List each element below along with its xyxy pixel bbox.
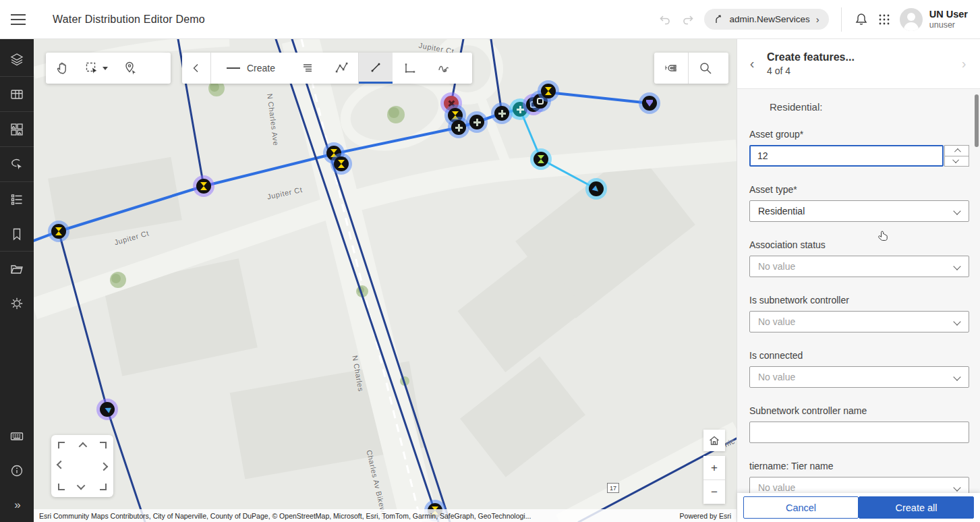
basemap-icon[interactable] <box>0 112 34 146</box>
pan-center[interactable] <box>72 456 93 477</box>
pan-left[interactable] <box>51 456 72 477</box>
node-valve-yellow[interactable] <box>541 84 556 98</box>
number-input[interactable]: 12 <box>749 145 944 167</box>
node-hydrant[interactable] <box>642 96 657 111</box>
text-input[interactable] <box>749 422 969 443</box>
hydrant-glyph <box>646 100 653 107</box>
pipe-selection[interactable] <box>548 92 650 103</box>
right-angle-tool-icon[interactable] <box>393 53 426 84</box>
hamburger-menu-icon[interactable] <box>0 0 36 39</box>
pan-hand-icon[interactable] <box>46 53 80 84</box>
pan-corner-br[interactable] <box>92 476 113 497</box>
bookmark-icon[interactable] <box>0 216 34 251</box>
home-extent-icon[interactable] <box>703 430 725 451</box>
fitting-glyph <box>473 119 481 126</box>
node-valve-green[interactable] <box>534 152 548 167</box>
pan-down[interactable] <box>72 476 93 497</box>
keyboard-shortcuts-icon[interactable] <box>0 419 34 453</box>
node-arrow[interactable]: ▶ <box>100 402 115 417</box>
panel-back-chevron-icon[interactable]: ‹ <box>743 56 761 71</box>
roads <box>34 39 737 522</box>
stepper-down-icon[interactable] <box>944 156 969 167</box>
panel-scrollbar[interactable] <box>975 94 979 147</box>
app-launcher-grid-icon[interactable] <box>878 13 890 26</box>
fitting-glyph <box>498 110 506 117</box>
select-input[interactable]: No value <box>749 311 969 332</box>
user-name: UN User <box>929 8 968 20</box>
redo-icon[interactable] <box>681 13 695 26</box>
chevron-down-icon <box>953 318 960 325</box>
line-tool-icon <box>369 61 382 74</box>
form-field: Asset group*12 <box>749 129 969 167</box>
node-valve-yellow[interactable] <box>334 156 349 171</box>
zoom-out-button[interactable]: − <box>703 480 725 504</box>
notifications-bell-icon[interactable] <box>854 12 869 27</box>
marquee-select-tool[interactable] <box>80 53 113 84</box>
map-graphics <box>34 39 737 522</box>
select-input[interactable]: No value <box>749 256 969 277</box>
layers-icon[interactable] <box>0 42 34 76</box>
chevron-down-icon <box>953 207 960 214</box>
select-value: No value <box>758 316 795 327</box>
collapse-chevron-icon[interactable] <box>182 53 210 84</box>
cancel-button[interactable]: Cancel <box>743 496 859 519</box>
undo-icon[interactable] <box>658 13 672 26</box>
node-fitting[interactable] <box>451 120 466 135</box>
select-value: No value <box>758 261 795 272</box>
edit-vertices-icon[interactable] <box>324 53 358 84</box>
field-label: Association status <box>749 239 969 250</box>
zoom-in-button[interactable]: + <box>703 456 725 480</box>
map-canvas[interactable]: Jupiter CtJupiter CtJupiter CtN Charles … <box>34 39 737 522</box>
select-input[interactable]: Residential <box>749 200 969 222</box>
select-value: No value <box>758 372 795 382</box>
panel-body: Residential: Asset group*12Asset type*Re… <box>737 89 980 522</box>
field-label: Is subnetwork controller <box>749 295 969 306</box>
pan-corner-tr[interactable] <box>92 435 113 456</box>
pan-up[interactable] <box>72 435 93 456</box>
create-all-button[interactable]: Create all <box>859 496 974 519</box>
chevron-down-icon <box>953 262 960 270</box>
node-fitting[interactable] <box>494 106 509 121</box>
flow-arrow-glyph: ▶ <box>103 405 111 414</box>
node-fitting[interactable] <box>469 115 484 129</box>
select-input[interactable]: No value <box>749 366 969 388</box>
user-menu[interactable]: UN User unuser <box>900 8 968 31</box>
field-label: Asset group* <box>749 129 969 140</box>
pan-corner-bl[interactable] <box>51 476 72 497</box>
draw-line-tool[interactable] <box>359 53 393 84</box>
select-lasso-icon[interactable] <box>0 147 34 181</box>
fitting-glyph <box>455 124 463 132</box>
folder-icon[interactable] <box>0 252 34 286</box>
node-arrow[interactable]: ▶ <box>589 181 604 196</box>
chevron-down-icon <box>953 373 960 380</box>
legend-icon[interactable] <box>0 182 34 216</box>
create-tool-button[interactable]: Create <box>211 53 291 84</box>
map-toolbar-utility <box>654 53 728 84</box>
field-label: Asset type* <box>749 184 969 195</box>
route-shield: 17 <box>607 483 619 493</box>
branch-selector[interactable]: admin.NewServices › <box>704 9 828 30</box>
map-toolbar-select <box>46 53 171 84</box>
pipe-main[interactable] <box>276 39 438 522</box>
node-valve-yellow[interactable] <box>51 224 66 239</box>
header-divider <box>841 7 842 32</box>
search-icon[interactable] <box>689 53 722 84</box>
stepper-up-icon[interactable] <box>944 145 969 156</box>
settings-gear-icon[interactable] <box>0 286 34 320</box>
node-valve-yellow[interactable] <box>196 179 211 194</box>
edit-features-icon[interactable] <box>113 53 147 84</box>
node-tee[interactable] <box>513 102 527 117</box>
panel-forward-chevron-icon[interactable]: › <box>954 56 973 71</box>
info-icon[interactable] <box>0 453 34 488</box>
chevron-down-icon <box>953 484 960 491</box>
snapping-magnet-icon[interactable] <box>654 53 688 84</box>
freehand-tool-icon[interactable] <box>426 53 460 84</box>
table-icon[interactable] <box>0 77 34 111</box>
number-field-row: 12 <box>749 145 969 167</box>
select-value: No value <box>758 482 795 493</box>
expand-icon[interactable]: » <box>0 488 34 522</box>
attribution-text: Esri Community Maps Contributors, City o… <box>34 512 531 520</box>
pan-corner-tl[interactable] <box>51 435 72 456</box>
feature-templates-icon[interactable] <box>291 53 324 84</box>
pan-right[interactable] <box>92 456 113 477</box>
